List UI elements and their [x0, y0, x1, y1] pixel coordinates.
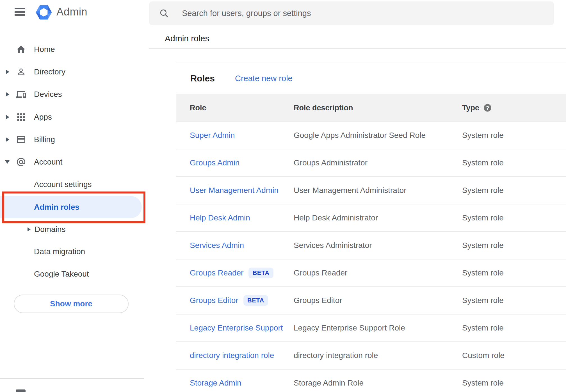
- table-row: User Management Admin User Management Ad…: [176, 177, 566, 204]
- content-divider: [149, 48, 566, 49]
- search-icon: [159, 8, 169, 18]
- role-type: System role: [462, 241, 504, 250]
- role-link[interactable]: Groups Admin: [190, 158, 239, 167]
- table-row: Help Desk Admin Help Desk Administrator …: [176, 204, 566, 232]
- beta-badge: BETA: [248, 268, 273, 278]
- table-row: Super Admin Google Apps Administrator Se…: [176, 122, 566, 149]
- search-placeholder: Search for users, groups or settings: [182, 9, 311, 18]
- table-row: Legacy Enterprise Support Legacy Enterpr…: [176, 314, 566, 342]
- app-title: Admin: [56, 6, 87, 18]
- sidebar-item-google-takeout[interactable]: Google Takeout: [0, 263, 149, 285]
- chevron-right-icon[interactable]: [6, 70, 9, 74]
- role-description: Groups Administrator: [294, 158, 368, 167]
- column-header-type: Type ?: [462, 104, 491, 112]
- person-icon: [16, 67, 26, 77]
- clipped-sidebar-icon: [16, 389, 26, 392]
- role-link[interactable]: Super Admin: [190, 131, 235, 140]
- hamburger-menu-icon[interactable]: [15, 8, 25, 16]
- role-link[interactable]: Help Desk Admin: [190, 213, 250, 222]
- role-type: System role: [462, 158, 504, 167]
- home-icon: [16, 44, 26, 54]
- show-more-button[interactable]: Show more: [14, 295, 129, 313]
- sidebar-item-account[interactable]: Account: [0, 151, 149, 173]
- sidebar-item-billing[interactable]: Billing: [0, 128, 149, 151]
- breadcrumb: Admin roles: [165, 34, 209, 43]
- sidebar-item-directory[interactable]: Directory: [0, 61, 149, 83]
- role-description: Storage Admin Role: [294, 379, 364, 388]
- credit-card-icon: [16, 135, 26, 145]
- table-row: Groups Editor BETA Groups Editor System …: [176, 287, 566, 314]
- role-type: System role: [462, 186, 504, 195]
- chevron-down-icon[interactable]: [5, 160, 10, 164]
- chevron-right-icon[interactable]: [6, 137, 9, 142]
- sidebar-item-home[interactable]: Home: [0, 38, 149, 61]
- chevron-right-icon[interactable]: [6, 115, 9, 119]
- role-description: Legacy Enterprise Support Role: [294, 323, 405, 332]
- role-link[interactable]: directory integration role: [190, 351, 274, 360]
- sidebar-item-devices[interactable]: Devices: [0, 83, 149, 106]
- table-row: directory integration role directory int…: [176, 342, 566, 370]
- role-link[interactable]: Storage Admin: [190, 379, 241, 388]
- role-description: Services Administrator: [294, 241, 372, 250]
- beta-badge: BETA: [243, 295, 268, 306]
- column-header-description: Role description: [294, 104, 353, 112]
- card-title-row: Roles Create new role: [176, 63, 566, 94]
- role-type: System role: [462, 131, 504, 140]
- chevron-right-icon[interactable]: [6, 92, 9, 97]
- table-row: Services Admin Services Administrator Sy…: [176, 232, 566, 259]
- role-description: Help Desk Administrator: [294, 213, 378, 222]
- table-row: Storage Admin Storage Admin Role System …: [176, 370, 566, 392]
- role-type: System role: [462, 379, 504, 388]
- role-description: directory integration role: [294, 351, 378, 360]
- table-row: Groups Reader BETA Groups Reader System …: [176, 259, 566, 287]
- role-link[interactable]: Groups Editor: [190, 296, 238, 305]
- role-link[interactable]: Legacy Enterprise Support: [190, 323, 283, 332]
- role-link[interactable]: Groups Reader: [190, 268, 243, 277]
- role-type: Custom role: [462, 351, 505, 360]
- role-type: System role: [462, 213, 504, 222]
- sidebar-divider: [0, 378, 144, 379]
- role-link[interactable]: User Management Admin: [190, 186, 279, 195]
- role-description: User Management Administrator: [294, 186, 407, 195]
- help-icon[interactable]: ?: [484, 104, 491, 112]
- sidebar-item-data-migration[interactable]: Data migration: [0, 240, 149, 263]
- table-row: Groups Admin Groups Administrator System…: [176, 149, 566, 177]
- role-description: Google Apps Administrator Seed Role: [294, 131, 426, 140]
- role-description: Groups Reader: [294, 268, 347, 277]
- devices-icon: [16, 89, 26, 99]
- admin-logo-icon: [36, 4, 52, 20]
- table-header-row: Role Role description Type ?: [176, 94, 566, 122]
- role-type: System role: [462, 296, 504, 305]
- apps-grid-icon: [16, 112, 26, 122]
- role-link[interactable]: Services Admin: [190, 241, 244, 250]
- main-content: Search for users, groups or settings Adm…: [149, 0, 566, 392]
- create-new-role-link[interactable]: Create new role: [235, 74, 293, 83]
- at-sign-icon: [16, 157, 26, 167]
- role-type: System role: [462, 268, 504, 277]
- role-type: System role: [462, 323, 504, 332]
- roles-card: Roles Create new role Role Role descript…: [176, 63, 566, 392]
- annotation-highlight-box: [2, 192, 145, 223]
- role-description: Groups Editor: [294, 296, 342, 305]
- column-header-role: Role: [190, 104, 206, 112]
- roles-table: Super Admin Google Apps Administrator Se…: [176, 122, 566, 392]
- chevron-right-icon[interactable]: [28, 227, 31, 231]
- search-input[interactable]: Search for users, groups or settings: [149, 1, 554, 25]
- sidebar-item-apps[interactable]: Apps: [0, 106, 149, 128]
- roles-title: Roles: [190, 73, 215, 84]
